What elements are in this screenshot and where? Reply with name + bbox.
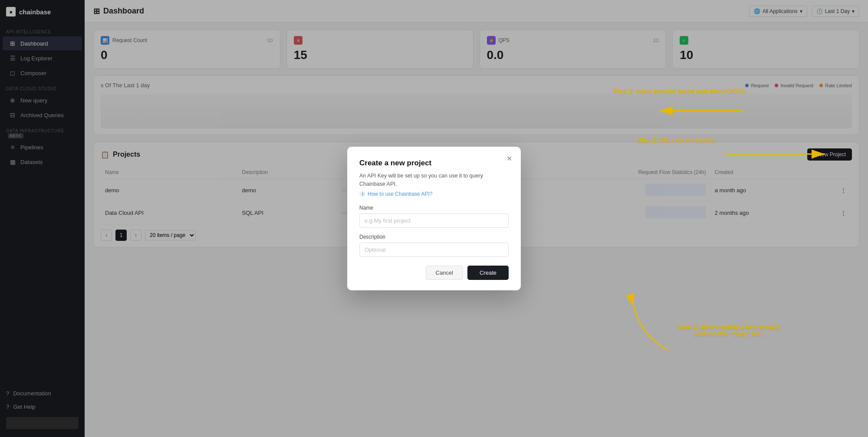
modal-api-link[interactable]: ℹ How to use Chainbase API? xyxy=(359,191,509,197)
description-input[interactable] xyxy=(359,243,509,257)
modal-description: An API Key will be set up so you can use… xyxy=(359,172,509,188)
modal-title: Create a new project xyxy=(359,159,509,168)
name-label: Name xyxy=(359,205,509,211)
create-project-modal: ✕ Create a new project An API Key will b… xyxy=(347,147,521,290)
modal-footer: Cancel Create xyxy=(359,266,509,280)
description-label: Description xyxy=(359,234,509,240)
modal-overlay: ✕ Create a new project An API Key will b… xyxy=(0,0,868,437)
info-icon: ℹ xyxy=(359,191,365,197)
cancel-button[interactable]: Cancel xyxy=(426,266,463,280)
modal-close-button[interactable]: ✕ xyxy=(503,153,515,164)
create-button[interactable]: Create xyxy=(467,266,509,280)
name-input[interactable] xyxy=(359,214,509,228)
